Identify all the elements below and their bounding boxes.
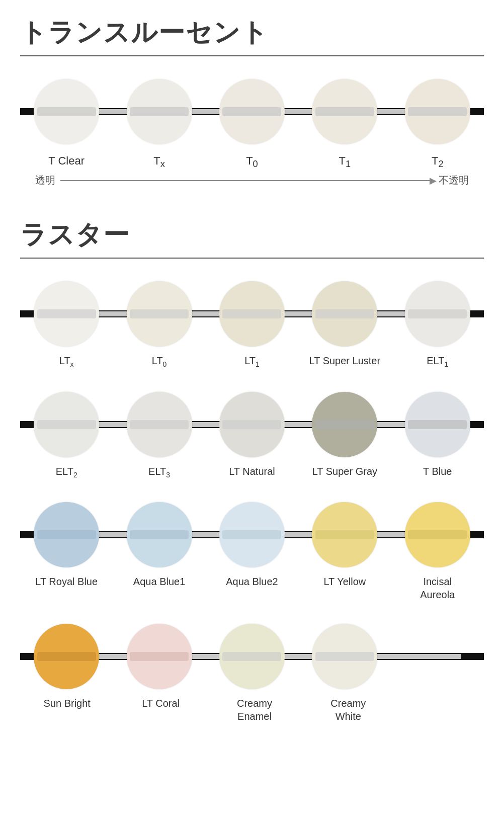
circle-sun-bright — [34, 624, 99, 689]
circle-creamy-white — [312, 624, 377, 689]
stripe-creamy-white — [315, 652, 374, 661]
label-t-clear: T Clear — [26, 154, 107, 170]
luster-line-row-2 — [20, 495, 484, 575]
page-container: トランスルーセント T ClearTxT0T1T2 透明 ▶ 不透明 ラスター … — [20, 15, 484, 723]
circle-aqua-blue1 — [127, 502, 192, 567]
luster-row-1: ELT2ELT3LT NaturalLT Super GrayT Blue — [20, 384, 484, 479]
label-lt-coral: LT Coral — [118, 697, 204, 723]
label-incisal-aureola: Incisal Aureola — [395, 575, 480, 601]
labels-row-1: ELT2ELT3LT NaturalLT Super GrayT Blue — [20, 465, 484, 479]
stripe-t-blue — [408, 420, 467, 429]
circle-t0 — [219, 79, 285, 144]
translucent-circles — [20, 71, 484, 152]
stripe-lt0 — [130, 309, 189, 318]
label-aqua-blue1: Aqua Blue1 — [117, 575, 202, 601]
arrow-left-text: 透明 — [35, 174, 55, 187]
stripe-lt1 — [222, 309, 281, 318]
label-elt2: ELT2 — [24, 465, 109, 479]
stripe-creamy-enamel — [222, 652, 281, 661]
stripe-aqua-blue1 — [130, 530, 189, 539]
circle-t1 — [312, 79, 377, 144]
circle-elt3 — [127, 392, 192, 457]
luster-section: ラスター LTxLT0LT1LT Super LusterELT1ELT2ELT… — [20, 217, 484, 722]
circles-row-3 — [20, 616, 484, 697]
circle-lt1 — [219, 281, 285, 347]
label-creamy-enamel: Creamy Enamel — [212, 697, 297, 723]
translucent-row — [20, 71, 484, 152]
stripe-lt-super-luster — [315, 309, 374, 318]
stripe-incisal-aureola — [408, 530, 467, 539]
stripe-lt-coral — [130, 652, 189, 661]
arrow-right-icon: ▶ — [430, 175, 437, 186]
label-t-blue: T Blue — [395, 465, 480, 479]
label-elt1: ELT1 — [395, 354, 480, 369]
label-lt-natural: LT Natural — [209, 465, 295, 479]
circle-lt-coral — [127, 624, 192, 689]
luster-rows-container: LTxLT0LT1LT Super LusterELT1ELT2ELT3LT N… — [20, 274, 484, 722]
label-t0: T0 — [212, 154, 292, 170]
translucent-section: トランスルーセント T ClearTxT0T1T2 透明 ▶ 不透明 — [20, 15, 484, 187]
translucent-divider — [20, 55, 484, 56]
label-tx: Tx — [119, 154, 200, 170]
luster-row-3: Sun BrightLT CoralCreamy EnamelCreamy Wh… — [20, 616, 484, 723]
stripe-lt-royal-blue — [37, 530, 96, 539]
label-lt-yellow: LT Yellow — [302, 575, 387, 601]
circles-row-1 — [20, 384, 484, 465]
stripe-lt-natural — [222, 420, 281, 429]
circle-aqua-blue2 — [219, 502, 285, 567]
circle-lt0 — [127, 281, 192, 347]
empty-circle — [405, 624, 470, 689]
label-lt1: LT1 — [209, 354, 295, 369]
labels-row-2: LT Royal BlueAqua Blue1Aqua Blue2LT Yell… — [20, 575, 484, 601]
label-t1: T1 — [304, 154, 385, 170]
luster-row-2: LT Royal BlueAqua Blue1Aqua Blue2LT Yell… — [20, 495, 484, 601]
circle-lt-natural — [219, 392, 285, 457]
stripe-elt3 — [130, 420, 189, 429]
circle-tx — [127, 79, 192, 144]
label-lt-royal-blue: LT Royal Blue — [24, 575, 109, 601]
circle-incisal-aureola — [405, 502, 470, 567]
arrow-row: 透明 ▶ 不透明 — [20, 174, 484, 187]
labels-row-0: LTxLT0LT1LT Super LusterELT1 — [20, 354, 484, 369]
label-lt-super-luster: LT Super Luster — [302, 354, 387, 369]
circle-lt-royal-blue — [34, 502, 99, 567]
empty-label — [399, 697, 480, 723]
labels-row-3: Sun BrightLT CoralCreamy EnamelCreamy Wh… — [20, 697, 484, 723]
circle-ltx — [34, 281, 99, 347]
stripe-lt-yellow — [315, 530, 374, 539]
luster-line-row-1 — [20, 384, 484, 465]
stripe-sun-bright — [37, 652, 96, 661]
label-t2: T2 — [397, 154, 478, 170]
arrow-line: ▶ — [60, 180, 434, 181]
label-aqua-blue2: Aqua Blue2 — [209, 575, 295, 601]
section-gap — [20, 197, 484, 217]
stripe-ltx — [37, 309, 96, 318]
circle-lt-yellow — [312, 502, 377, 567]
circle-lt-super-gray — [312, 392, 377, 457]
luster-row-0: LTxLT0LT1LT Super LusterELT1 — [20, 274, 484, 369]
label-elt3: ELT3 — [117, 465, 202, 479]
circle-lt-super-luster — [312, 281, 377, 347]
circles-row-2 — [20, 495, 484, 575]
circle-t-clear — [34, 79, 99, 144]
translucent-labels: T ClearTxT0T1T2 — [20, 154, 484, 170]
label-sun-bright: Sun Bright — [24, 697, 110, 723]
circle-t2 — [405, 79, 470, 144]
label-lt-super-gray: LT Super Gray — [302, 465, 387, 479]
circle-elt2 — [34, 392, 99, 457]
label-lt0: LT0 — [117, 354, 202, 369]
label-creamy-white: Creamy White — [305, 697, 391, 723]
luster-title: ラスター — [20, 217, 484, 253]
stripe-lt-super-gray — [315, 420, 374, 429]
luster-line-row-3 — [20, 616, 484, 697]
stripe-elt1 — [408, 309, 467, 318]
label-ltx: LTx — [24, 354, 109, 369]
arrow-right-text: 不透明 — [439, 174, 469, 187]
circle-creamy-enamel — [219, 624, 285, 689]
luster-line-row-0 — [20, 274, 484, 354]
stripe-aqua-blue2 — [222, 530, 281, 539]
circle-t-blue — [405, 392, 470, 457]
luster-divider — [20, 258, 484, 259]
stripe-elt2 — [37, 420, 96, 429]
circles-row-0 — [20, 274, 484, 354]
